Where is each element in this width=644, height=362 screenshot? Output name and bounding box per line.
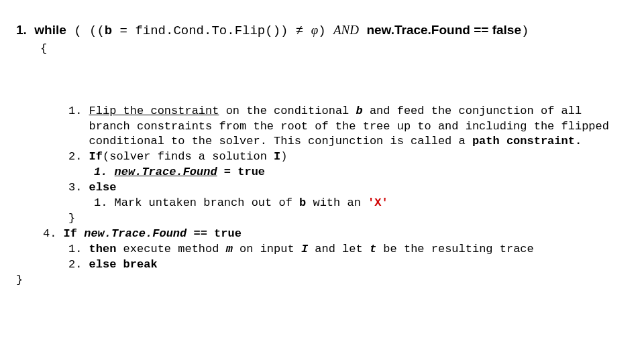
step-number: 3.: [68, 180, 89, 196]
step-number: 2.: [68, 257, 89, 273]
step-3: 3. else: [68, 180, 624, 196]
new-trace-found-cond: new.Trace.Found == false: [366, 23, 521, 37]
assignment: = find.Cond.To.Flip()): [112, 23, 296, 38]
algorithm-block: 1. while ( ((b = find.Cond.To.Flip()) ≠ …: [0, 0, 644, 288]
step-2-1: 1. new.Trace.Found = true: [94, 165, 624, 180]
step-4: 4. If new.Trace.Found == true: [43, 227, 624, 242]
step-1: 1. Flip the constraint on the conditiona…: [68, 104, 624, 150]
step-number: 1.: [94, 196, 115, 211]
step-3-1: 1. Mark untaken branch out of b with an …: [94, 196, 624, 211]
step-text: Flip the constraint on the conditional b…: [89, 104, 624, 150]
paren-close-2: ): [521, 23, 529, 38]
inner-block: 1. Flip the constraint on the conditiona…: [68, 104, 624, 273]
open-brace-outer: {: [40, 42, 624, 57]
step-2: 2. If(solver finds a solution I): [68, 149, 624, 165]
step-number: 1.: [94, 165, 115, 180]
step-number: 1.: [68, 104, 89, 119]
phi-symbol: φ: [311, 23, 319, 37]
x-marker: 'X': [368, 196, 388, 209]
step-number: 4.: [43, 227, 64, 242]
step-4-2: 2. else break: [68, 257, 624, 273]
not-equal: ≠: [296, 23, 311, 38]
variable-b: b: [105, 23, 112, 38]
outer-while-line: 1. while ( ((b = find.Cond.To.Flip()) ≠ …: [16, 21, 624, 40]
step-number: 2.: [68, 149, 89, 165]
inner-close-brace: }: [68, 211, 624, 227]
and-operator: AND: [333, 23, 359, 37]
paren-open: ( ((: [74, 23, 105, 38]
close-brace-outer: }: [16, 273, 624, 288]
keyword-while: while: [34, 23, 66, 37]
paren-close-1: ): [318, 23, 333, 38]
line-number: 1.: [16, 23, 27, 37]
step-number: 1.: [68, 242, 89, 257]
step-4-1: 1. then execute method m on input I and …: [68, 242, 624, 257]
